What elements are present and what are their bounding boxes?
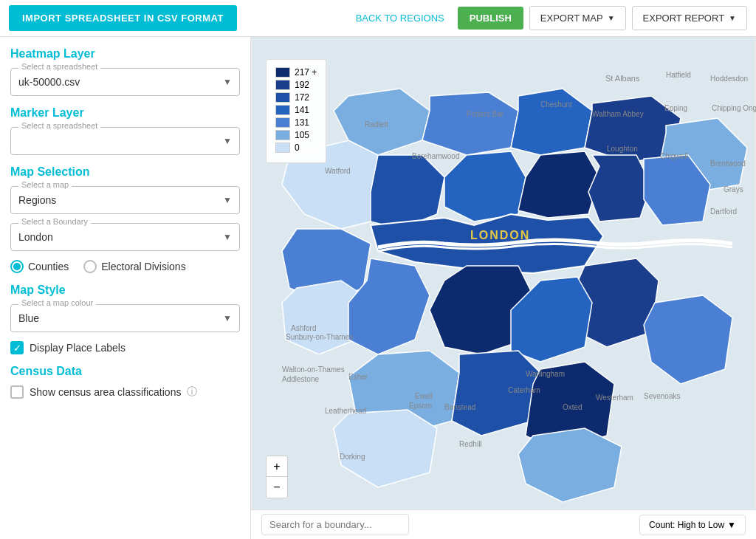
- legend-swatch-0: [275, 67, 290, 78]
- census-check-label: Show census area classifications: [30, 386, 181, 398]
- select-boundary-label: Select a Boundary: [18, 217, 91, 226]
- legend-item-0: 217 +: [275, 67, 317, 78]
- london-label: LONDON: [470, 229, 530, 241]
- map-svg: St Albans Hatfield Hoddesdon Radlett Pot…: [251, 37, 756, 539]
- place-label-esher: Esher: [348, 373, 368, 381]
- sort-button[interactable]: Count: High to Low ▼: [639, 515, 746, 535]
- zoom-in-button[interactable]: +: [267, 456, 287, 477]
- place-label-walton: Walton-on-Thames: [282, 365, 345, 374]
- info-icon[interactable]: ⓘ: [187, 385, 197, 399]
- export-map-button[interactable]: EXPORT MAP ▼: [529, 6, 626, 30]
- place-label-hoddesdon: Hoddesdon: [710, 75, 748, 83]
- place-label-st-albans: St Albans: [605, 74, 640, 83]
- counties-radio-item[interactable]: Counties: [10, 260, 69, 273]
- census-section-title: Census Data: [10, 365, 240, 378]
- legend-swatch-3: [275, 105, 290, 115]
- legend-item-5: 105: [275, 130, 317, 140]
- sort-arrow-icon: ▼: [727, 520, 736, 530]
- publish-button[interactable]: PUBLISH: [458, 7, 523, 30]
- legend-item-2: 172: [275, 92, 317, 103]
- left-panel: Heatmap Layer Select a spreadsheet uk-50…: [0, 37, 251, 539]
- boundary-type-radio-group: Counties Electoral Divisions: [10, 260, 240, 273]
- legend-label-0: 217 +: [295, 67, 317, 78]
- legend-label-6: 0: [295, 143, 300, 153]
- place-label-sunbury: Sunbury-on-Thames: [286, 333, 353, 341]
- zoom-out-button[interactable]: −: [267, 477, 287, 498]
- place-label-epping: Epping: [664, 104, 687, 112]
- heatmap-section-title: Heatmap Layer: [10, 47, 240, 61]
- export-report-label: EXPORT REPORT: [643, 13, 725, 24]
- place-label-dartford: Dartford: [710, 207, 737, 216]
- place-label-leatherhead: Leatherhead: [325, 407, 366, 415]
- legend-item-6: 0: [275, 143, 317, 153]
- marker-field-label: Select a spreadsheet: [18, 121, 100, 130]
- legend-label-2: 172: [295, 92, 309, 103]
- display-place-labels-checkbox[interactable]: [10, 341, 24, 354]
- heatmap-spreadsheet-select[interactable]: uk-50000.csv: [11, 69, 239, 95]
- map-colour-select[interactable]: Blue: [11, 305, 239, 332]
- place-label-grays: Grays: [724, 185, 743, 193]
- legend-swatch-1: [275, 80, 290, 90]
- export-map-label: EXPORT MAP: [540, 13, 603, 24]
- place-label-brentwood: Brentwood: [710, 159, 746, 168]
- place-label-ewell: Ewell: [415, 392, 433, 400]
- place-label-potters-bar: Potters Bar: [467, 110, 504, 118]
- place-label-chigwell: Chigwell: [660, 152, 688, 160]
- import-btn[interactable]: IMPORT SPREADSHEET IN CSV FORMAT: [9, 5, 237, 31]
- place-label-oxted: Oxted: [563, 403, 583, 411]
- sort-label: Count: High to Low: [649, 520, 724, 530]
- map-colour-field: Select a map colour Blue ▼: [10, 304, 240, 332]
- place-label-dorking: Dorking: [340, 453, 365, 461]
- place-label-cheshunt: Cheshunt: [540, 100, 572, 109]
- top-bar: IMPORT SPREADSHEET IN CSV FORMAT BACK TO…: [0, 0, 756, 37]
- select-map-label: Select a map: [18, 180, 72, 189]
- map-region[interactable]: [422, 92, 518, 155]
- place-label-watford: Watford: [325, 167, 351, 175]
- place-label-loughton: Loughton: [607, 145, 638, 153]
- search-boundary-input[interactable]: [261, 514, 409, 535]
- select-boundary-select[interactable]: London: [11, 224, 239, 250]
- export-map-arrow-icon: ▼: [608, 14, 615, 22]
- export-report-arrow-icon: ▼: [729, 14, 736, 22]
- legend-swatch-4: [275, 117, 290, 128]
- legend-item-1: 192: [275, 80, 317, 90]
- map-selection-title: Map Selection: [10, 165, 240, 179]
- place-label-waltham-abbey: Waltham Abbey: [592, 110, 644, 118]
- select-boundary-field: Select a Boundary London ▼: [10, 223, 240, 251]
- top-bar-right: BACK TO REGIONS PUBLISH EXPORT MAP ▼ EXP…: [356, 6, 747, 30]
- back-to-regions-link[interactable]: BACK TO REGIONS: [356, 13, 444, 24]
- place-label-banstead: Banstead: [444, 403, 475, 411]
- place-label-epsom: Epsom: [409, 402, 432, 410]
- display-place-labels-row[interactable]: Display Place Labels: [10, 341, 240, 354]
- bottom-bar: Count: High to Low ▼: [251, 509, 756, 539]
- select-map-select[interactable]: Regions: [11, 187, 239, 213]
- export-report-button[interactable]: EXPORT REPORT ▼: [632, 6, 747, 30]
- display-place-labels-text: Display Place Labels: [30, 342, 126, 354]
- marker-section-title: Marker Layer: [10, 106, 240, 120]
- place-label-chipping-ongar: Chipping Ongar: [712, 104, 756, 112]
- legend-label-5: 105: [295, 130, 309, 140]
- legend-item-3: 141: [275, 105, 317, 115]
- heatmap-field-label: Select a spreadsheet: [18, 62, 100, 71]
- legend-swatch-5: [275, 130, 290, 140]
- census-row: Show census area classifications ⓘ: [10, 385, 240, 399]
- legend-label-4: 131: [295, 117, 309, 128]
- place-label-borehamwood: Borehamwood: [412, 152, 459, 160]
- zoom-controls: + −: [266, 456, 288, 498]
- electoral-radio-label: Electoral Divisions: [101, 261, 185, 272]
- legend-label-3: 141: [295, 105, 309, 115]
- electoral-radio-item[interactable]: Electoral Divisions: [83, 260, 185, 273]
- map-legend: 217 + 192 172 141 131 105: [266, 59, 326, 163]
- counties-radio-label: Counties: [28, 261, 69, 272]
- place-label-caterham: Caterham: [508, 386, 540, 394]
- counties-radio-circle: [10, 260, 24, 273]
- place-label-hatfield: Hatfield: [666, 71, 691, 79]
- heatmap-spreadsheet-field: Select a spreadsheet uk-50000.csv ▼: [10, 68, 240, 96]
- census-checkbox[interactable]: [10, 385, 24, 399]
- map-area: 217 + 192 172 141 131 105: [251, 37, 756, 539]
- place-label-sevenoaks: Sevenoaks: [644, 392, 680, 400]
- map-style-title: Map Style: [10, 284, 240, 297]
- marker-spreadsheet-select[interactable]: [11, 128, 239, 154]
- place-label-ashford: Ashford: [291, 324, 316, 332]
- place-label-westerham: Westerham: [596, 394, 633, 402]
